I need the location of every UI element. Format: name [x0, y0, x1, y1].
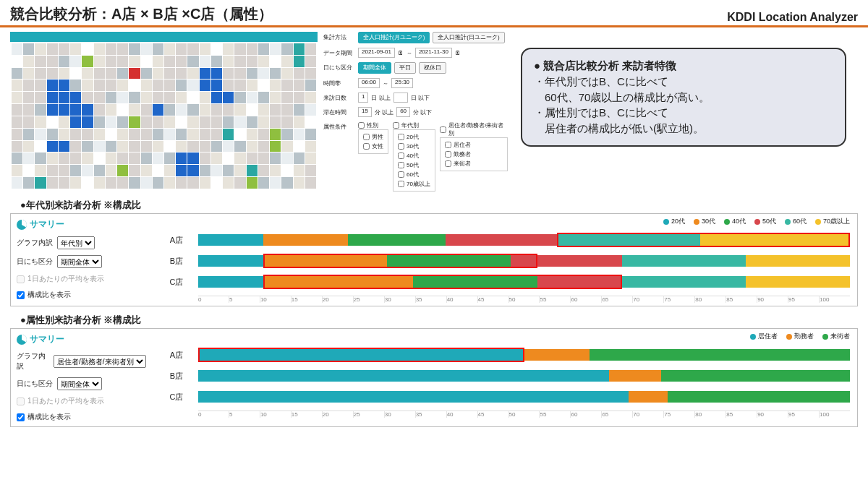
bar-segment[interactable]	[622, 276, 746, 288]
insight-line: 居住者の構成比が低い(駅立地)。	[534, 121, 833, 137]
ratio-check[interactable]: 構成比を表示	[17, 412, 146, 422]
pie-icon	[17, 220, 27, 230]
age-panel: サマリー グラフ内訳 年代別 日にち区分 期間全体 1日あたりの平均を表示 構成…	[10, 213, 858, 306]
insight-line: ・年代別ではB、Cに比べて	[534, 74, 833, 90]
avg-check[interactable]: 1日あたりの平均を表示	[17, 274, 146, 284]
bar-row: B店	[155, 369, 850, 383]
map-title-bar	[10, 32, 318, 42]
visitdays-min[interactable]: 1	[358, 93, 368, 103]
brand-name: KDDI Location Analyzer	[727, 11, 858, 24]
daytype-holiday[interactable]: 祝休日	[419, 62, 446, 74]
grp-age-check[interactable]: 年代別	[393, 121, 435, 129]
attr-side: サマリー グラフ内訳 居住者/勤務者/来街者別 日にち区分 期間全体 1日あたり…	[11, 329, 152, 426]
age-legend: 20代 30代 40代 50代 60代 70歳以上	[155, 217, 850, 226]
bar-segment[interactable]	[537, 276, 622, 288]
bar-row: A店	[155, 348, 850, 362]
female-check[interactable]: 女性	[363, 142, 383, 150]
attr-panel: サマリー グラフ内訳 居住者/勤務者/来街者別 日にち区分 期間全体 1日あたり…	[10, 328, 858, 427]
agg-option-month[interactable]: 全人口推計(月ユニーク)	[358, 32, 430, 43]
bar-segment[interactable]	[524, 349, 590, 361]
bar-segment[interactable]	[746, 276, 850, 288]
section-age-title: ●年代別来訪者分析 ※構成比	[20, 199, 868, 212]
bar-segment[interactable]	[746, 255, 850, 267]
bar-segment[interactable]	[263, 276, 413, 288]
bar-segment[interactable]	[413, 276, 537, 288]
stay-max[interactable]: 60	[396, 107, 410, 117]
map-mosaic[interactable]	[10, 42, 318, 190]
attr-chart: 居住者 勤務者 来街者 A店B店C店 051015202530354045505…	[152, 329, 857, 426]
bar-segment[interactable]	[198, 370, 609, 382]
summary-header: サマリー	[17, 218, 146, 231]
age-group: 20代 30代 40代 50代 60代 70歳以上	[393, 129, 435, 192]
residence-group: 居住者 勤務者 来街者	[440, 137, 508, 171]
bar-row: A店	[155, 233, 850, 247]
time-to-select[interactable]: 25:30	[391, 78, 413, 88]
bar-segment[interactable]	[661, 370, 850, 382]
graph-type-select[interactable]: 居住者/勤務者/来街者別	[54, 355, 146, 368]
stay-min[interactable]: 15	[358, 107, 372, 117]
ratio-check[interactable]: 構成比を表示	[17, 290, 146, 300]
visitdays-label: 来訪日数	[323, 93, 358, 102]
daytype-weekday[interactable]: 平日	[394, 62, 416, 74]
bar-segment[interactable]	[629, 391, 668, 403]
daytype-select[interactable]: 期間全体	[57, 255, 102, 268]
bar-segment[interactable]	[700, 234, 850, 246]
grp-gender-check[interactable]: 性別	[358, 121, 388, 129]
bar-segment[interactable]	[609, 370, 661, 382]
calendar-icon[interactable]: 🗓	[398, 50, 404, 56]
bar-segment[interactable]	[387, 255, 511, 267]
age-chart: 20代 30代 40代 50代 60代 70歳以上 A店B店C店 0510152…	[152, 214, 857, 306]
bar-segment[interactable]	[263, 234, 348, 246]
bar-row: C店	[155, 390, 850, 404]
visitdays-max[interactable]	[393, 93, 408, 103]
bar-row: C店	[155, 275, 850, 289]
insight-title: ● 競合店比較分析 来訪者特徴	[534, 58, 833, 74]
avg-check[interactable]: 1日あたりの平均を表示	[17, 396, 146, 406]
bar-segment[interactable]	[198, 391, 629, 403]
bar-segment[interactable]	[198, 276, 263, 288]
attr-label: 属性条件	[323, 121, 358, 131]
daytype-select[interactable]: 期間全体	[57, 377, 102, 390]
graph-type-select[interactable]: 年代別	[57, 236, 95, 249]
agg-label: 集計方法	[323, 32, 358, 41]
daytype-all[interactable]: 期間全体	[358, 62, 391, 74]
timeband-label: 時間帯	[323, 78, 358, 87]
time-from-select[interactable]: 06:00	[358, 78, 380, 88]
insight-box: ● 競合店比較分析 来訪者特徴 ・年代別ではB、Cに比べて 60代、70歳以上の…	[521, 48, 846, 147]
header: 競合比較分析：A店 × B店 ×C店（属性） KDDI Location Ana…	[0, 0, 868, 27]
bar-segment[interactable]	[263, 255, 387, 267]
date-to-input[interactable]: 2021-11-30	[415, 48, 452, 58]
bar-segment[interactable]	[198, 255, 263, 267]
bar-segment[interactable]	[622, 255, 746, 267]
attr-legend: 居住者 勤務者 来街者	[155, 332, 850, 341]
bar-segment[interactable]	[590, 349, 850, 361]
bar-segment[interactable]	[198, 349, 524, 361]
gender-group: 男性 女性	[358, 129, 388, 154]
grp-res-check[interactable]: 居住者/勤務者/来街者別	[440, 121, 508, 137]
insight-line: ・属性別ではB、Cに比べて	[534, 105, 833, 121]
bar-segment[interactable]	[348, 234, 446, 246]
calendar-icon[interactable]: 🗓	[455, 50, 461, 56]
male-check[interactable]: 男性	[363, 133, 383, 141]
summary-header: サマリー	[17, 333, 146, 345]
pie-icon	[17, 335, 27, 345]
map-panel	[10, 32, 318, 190]
page-title: 競合比較分析：A店 × B店 ×C店（属性）	[10, 4, 273, 24]
bar-segment[interactable]	[198, 234, 263, 246]
bar-segment[interactable]	[511, 255, 621, 267]
agg-option-day[interactable]: 全人口推計(日ユニーク)	[433, 32, 504, 43]
filter-panel: 集計方法 全人口推計(月ユニーク) 全人口推計(日ユニーク) データ期間 202…	[323, 32, 508, 192]
bar-segment[interactable]	[557, 234, 700, 246]
daytype-label: 日にち区分	[323, 62, 358, 72]
bar-segment[interactable]	[446, 234, 556, 246]
bar-row: B店	[155, 254, 850, 268]
insight-line: 60代、70歳以上の構成比が高い。	[534, 90, 833, 106]
section-attr-title: ●属性別来訪者分析 ※構成比	[20, 314, 868, 327]
date-from-input[interactable]: 2021-09-01	[358, 48, 395, 58]
period-label: データ期間	[323, 48, 358, 57]
bar-segment[interactable]	[668, 391, 850, 403]
age-side: サマリー グラフ内訳 年代別 日にち区分 期間全体 1日あたりの平均を表示 構成…	[11, 214, 152, 306]
stay-label: 滞在時間	[323, 107, 358, 116]
